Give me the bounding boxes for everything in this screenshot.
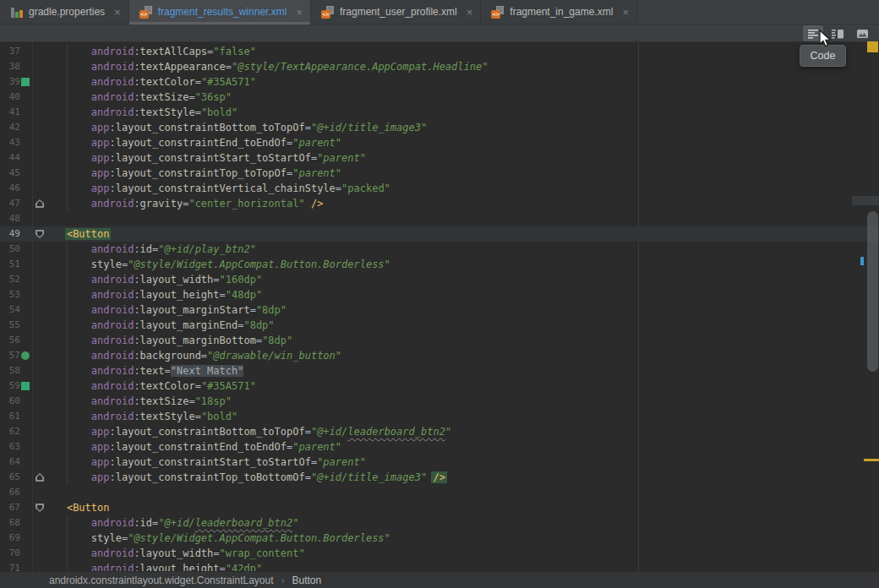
line-number: 58 xyxy=(0,363,20,378)
code-line-40[interactable]: 40 android:textSize="36sp" xyxy=(0,90,879,105)
code-line-68[interactable]: 68 android:id="@+id/leaderboard_btn2" xyxy=(0,515,879,531)
color-swatch-icon[interactable] xyxy=(21,78,30,86)
code-editor[interactable]: 37 android:textAllCaps="false"38 android… xyxy=(0,42,879,571)
close-icon[interactable]: × xyxy=(467,7,473,18)
line-number: 68 xyxy=(0,515,20,531)
code-text: app:layout_constraintEnd_toEndOf="parent… xyxy=(42,439,341,455)
tab-gradle-properties[interactable]: gradle.properties × xyxy=(0,0,129,24)
code-text: android:layout_height="42dp" xyxy=(42,561,262,571)
code-line-60[interactable]: 60 android:textSize="18sp" xyxy=(0,394,879,409)
line-number: 50 xyxy=(0,242,20,257)
breadcrumb-bar: androidx.constraintlayout.widget.Constra… xyxy=(0,571,879,588)
inspections-status-indicator[interactable] xyxy=(867,41,878,52)
line-number: 45 xyxy=(0,166,20,181)
chevron-right-icon: › xyxy=(281,574,285,586)
line-number: 55 xyxy=(0,318,20,333)
code-line-71[interactable]: 71 android:layout_height="42dp" xyxy=(0,561,879,571)
code-text: app:layout_constraintEnd_toEndOf="parent… xyxy=(42,135,341,150)
code-text: style="@style/Widget.AppCompat.Button.Bo… xyxy=(42,531,390,546)
line-number: 39 xyxy=(0,74,20,90)
line-number: 66 xyxy=(0,485,20,500)
code-text: android:layout_height="48dp" xyxy=(42,287,262,302)
code-text: android:textAppearance="@style/TextAppea… xyxy=(42,59,488,74)
xml-file-icon: <> xyxy=(491,6,505,19)
code-line-48[interactable]: 48 xyxy=(0,211,879,226)
code-text: app:layout_constraintStart_toStartOf="pa… xyxy=(42,455,366,470)
code-line-44[interactable]: 44 app:layout_constraintStart_toStartOf=… xyxy=(0,150,879,166)
tab-fragment-user-profile[interactable]: <> fragment_user_profile.xml × xyxy=(311,0,481,24)
code-line-46[interactable]: 46 app:layout_constraintVertical_chainSt… xyxy=(0,181,879,196)
code-line-51[interactable]: 51 style="@style/Widget.AppCompat.Button… xyxy=(0,257,879,272)
code-lines: 37 android:textAllCaps="false"38 android… xyxy=(0,44,879,571)
code-text: app:layout_constraintBottom_toTopOf="@+i… xyxy=(42,120,427,135)
line-number: 37 xyxy=(0,44,20,59)
code-line-43[interactable]: 43 app:layout_constraintEnd_toEndOf="par… xyxy=(0,135,879,150)
line-number: 47 xyxy=(0,196,20,211)
line-number: 60 xyxy=(0,394,20,409)
line-number: 40 xyxy=(0,90,20,105)
code-text: android:textColor="#35A571" xyxy=(42,378,256,394)
editor-toolbar xyxy=(0,24,879,42)
code-line-69[interactable]: 69 style="@style/Widget.AppCompat.Button… xyxy=(0,531,879,546)
code-text: android:textColor="#35A571" xyxy=(42,74,256,90)
breadcrumb-constraintlayout[interactable]: androidx.constraintlayout.widget.Constra… xyxy=(49,574,274,586)
code-line-53[interactable]: 53 android:layout_height="48dp" xyxy=(0,287,879,302)
code-line-62[interactable]: 62 app:layout_constraintBottom_toTopOf="… xyxy=(0,424,879,439)
code-line-38[interactable]: 38 android:textAppearance="@style/TextAp… xyxy=(0,59,879,74)
close-icon[interactable]: × xyxy=(296,7,303,18)
code-text: app:layout_constraintStart_toStartOf="pa… xyxy=(42,150,366,166)
code-line-52[interactable]: 52 android:layout_width="160dp" xyxy=(0,272,879,287)
line-number: 42 xyxy=(0,120,20,135)
code-line-39[interactable]: 39 android:textColor="#35A571" xyxy=(0,74,879,90)
line-number: 43 xyxy=(0,135,20,150)
scrollbar-thumb[interactable] xyxy=(867,211,878,372)
code-line-45[interactable]: 45 app:layout_constraintTop_toTopOf="par… xyxy=(0,166,879,181)
code-line-49[interactable]: 49 <Button xyxy=(0,226,879,242)
tab-label: fragment_user_profile.xml xyxy=(340,6,457,18)
code-text: android:layout_marginEnd="8dp" xyxy=(42,318,275,333)
code-line-64[interactable]: 64 app:layout_constraintStart_toStartOf=… xyxy=(0,455,879,470)
code-line-50[interactable]: 50 android:id="@+id/play_btn2" xyxy=(0,242,879,257)
code-text: <Button xyxy=(42,500,109,515)
drawable-preview-icon[interactable] xyxy=(21,351,30,360)
stripe-warning-mark[interactable] xyxy=(864,459,879,461)
code-line-37[interactable]: 37 android:textAllCaps="false" xyxy=(0,44,879,59)
stripe-info-mark[interactable] xyxy=(860,257,864,265)
tab-fragment-results-winner[interactable]: <> fragment_results_winner.xml × xyxy=(129,0,311,24)
line-number: 46 xyxy=(0,181,20,196)
code-line-66[interactable]: 66 xyxy=(0,485,879,500)
code-text: android:layout_marginStart="8dp" xyxy=(42,302,287,318)
code-line-65[interactable]: 65 app:layout_constraintTop_toBottomOf="… xyxy=(0,470,879,485)
code-text: android:layout_width="wrap_content" xyxy=(42,546,305,561)
code-line-58[interactable]: 58 android:text="Next Match" xyxy=(0,363,879,378)
code-line-42[interactable]: 42 app:layout_constraintBottom_toTopOf="… xyxy=(0,120,879,135)
code-text: <Button xyxy=(42,226,109,242)
mouse-cursor-icon xyxy=(819,30,833,52)
code-line-47[interactable]: 47 android:gravity="center_horizontal" /… xyxy=(0,196,879,211)
code-line-63[interactable]: 63 app:layout_constraintEnd_toEndOf="par… xyxy=(0,439,879,455)
code-line-57[interactable]: 57 android:background="@drawable/win_but… xyxy=(0,348,879,363)
tab-label: gradle.properties xyxy=(29,6,105,18)
code-line-61[interactable]: 61 android:textStyle="bold" xyxy=(0,409,879,424)
close-icon[interactable]: × xyxy=(114,7,121,18)
code-line-67[interactable]: 67 <Button xyxy=(0,500,879,515)
line-number: 49 xyxy=(0,226,20,242)
tab-label: fragment_in_game.xml xyxy=(510,6,613,18)
design-view-icon[interactable] xyxy=(852,25,872,41)
line-number: 67 xyxy=(0,500,20,515)
code-line-70[interactable]: 70 android:layout_width="wrap_content" xyxy=(0,546,879,561)
tab-fragment-in-game[interactable]: <> fragment_in_game.xml × xyxy=(481,0,637,24)
editor-tab-bar: gradle.properties × <> fragment_results_… xyxy=(0,0,879,24)
code-line-41[interactable]: 41 android:textStyle="bold" xyxy=(0,105,879,120)
close-icon[interactable]: × xyxy=(622,7,629,18)
code-line-55[interactable]: 55 android:layout_marginEnd="8dp" xyxy=(0,318,879,333)
code-text: app:layout_constraintTop_toTopOf="parent… xyxy=(42,166,341,181)
color-swatch-icon[interactable] xyxy=(21,382,30,390)
code-text: style="@style/Widget.AppCompat.Button.Bo… xyxy=(42,257,390,272)
line-number: 70 xyxy=(0,546,20,561)
code-line-56[interactable]: 56 android:layout_marginBottom="8dp" xyxy=(0,333,879,348)
code-line-59[interactable]: 59 android:textColor="#35A571" xyxy=(0,378,879,394)
breadcrumb-button[interactable]: Button xyxy=(292,574,322,586)
code-line-54[interactable]: 54 android:layout_marginStart="8dp" xyxy=(0,302,879,318)
line-number: 56 xyxy=(0,333,20,348)
